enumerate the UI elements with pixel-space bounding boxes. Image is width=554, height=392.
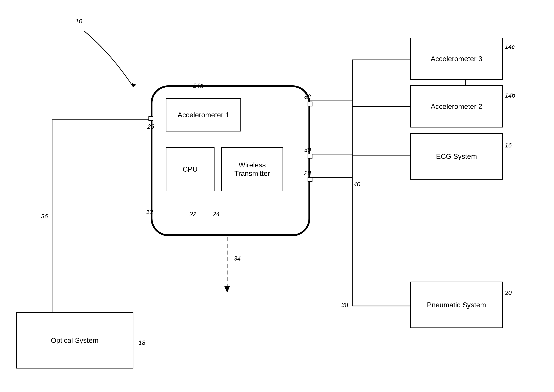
ref-14b: 14b	[505, 92, 515, 99]
pneumatic-system-label: Pneumatic System	[427, 301, 486, 309]
ref-16: 16	[505, 142, 512, 149]
accelerometer3-box: Accelerometer 3	[410, 38, 503, 80]
connector-30	[308, 154, 312, 159]
cpu-label: CPU	[183, 165, 198, 173]
ref-14a: 14a	[193, 82, 203, 89]
connector-32	[308, 102, 312, 106]
diagram-container: 10 Accelerometer 1 CPU WirelessTransmitt…	[0, 0, 554, 392]
ref-12: 12	[146, 208, 153, 216]
accelerometer2-label: Accelerometer 2	[431, 102, 482, 111]
ecg-system-label: ECG System	[436, 152, 477, 161]
ref-24: 24	[213, 211, 220, 218]
cpu-box: CPU	[166, 147, 215, 191]
wireless-transmitter-box: WirelessTransmitter	[221, 147, 283, 191]
connector-28	[308, 177, 312, 182]
optical-system-label: Optical System	[51, 336, 98, 344]
main-device: Accelerometer 1 CPU WirelessTransmitter	[151, 85, 310, 236]
accelerometer2-box: Accelerometer 2	[410, 85, 503, 127]
ref-10: 10	[75, 18, 82, 25]
ecg-system-box: ECG System	[410, 133, 503, 180]
ref-18: 18	[138, 339, 145, 346]
ref-32: 32	[304, 93, 311, 100]
ref-40: 40	[353, 181, 360, 188]
svg-marker-0	[132, 83, 136, 88]
svg-marker-15	[224, 286, 230, 293]
pneumatic-system-box: Pneumatic System	[410, 282, 503, 328]
ref-30: 30	[304, 146, 311, 154]
ref-36: 36	[41, 213, 48, 220]
connector-26	[148, 116, 153, 121]
optical-system-box: Optical System	[16, 312, 133, 369]
ref-34: 34	[234, 255, 241, 262]
ref-26: 26	[147, 123, 154, 130]
accelerometer1-box: Accelerometer 1	[166, 98, 241, 132]
wireless-transmitter-label: WirelessTransmitter	[235, 161, 270, 178]
ref-14c: 14c	[505, 43, 515, 50]
ref-20: 20	[505, 289, 512, 296]
accelerometer1-label: Accelerometer 1	[178, 111, 229, 119]
accelerometer3-label: Accelerometer 3	[431, 55, 482, 63]
ref-38: 38	[341, 301, 348, 309]
ref-28: 28	[304, 170, 311, 177]
ref-22: 22	[189, 211, 196, 218]
